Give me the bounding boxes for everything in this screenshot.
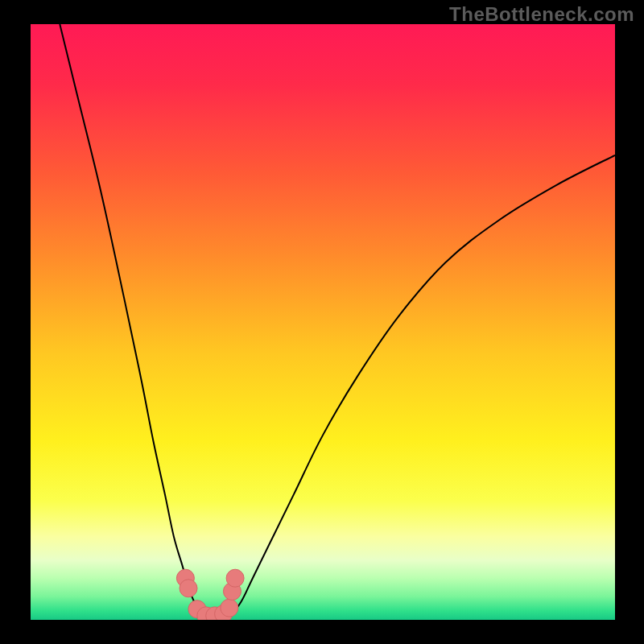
watermark-text: TheBottleneck.com (449, 3, 634, 26)
bottleneck-chart (31, 24, 615, 620)
marker-dot (226, 569, 244, 587)
chart-frame: TheBottleneck.com (0, 0, 644, 644)
plot-area (31, 24, 615, 620)
marker-dot (180, 580, 197, 597)
marker-dot (221, 599, 238, 617)
gradient-background (31, 24, 615, 620)
